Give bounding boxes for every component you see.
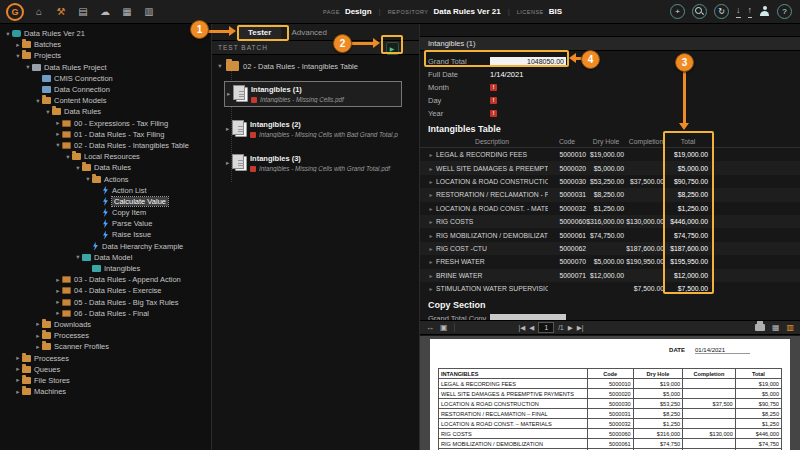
row-expander-icon[interactable]: ▸ [426,151,436,158]
tree-item[interactable]: ▾ Data Model [0,252,211,263]
grid-view-button[interactable]: ▦ [772,323,780,332]
tree-item[interactable]: ▸ Queues [0,364,211,375]
search-icon[interactable] [692,4,707,19]
tree-item[interactable]: ▸ Batches [0,39,211,50]
tree-expander-icon[interactable]: ▸ [34,343,42,351]
batch-document-item[interactable]: ▸ Intangibles (3) Intangibles - Missing … [224,151,402,175]
tree-expander-icon[interactable]: ▸ [34,332,42,340]
tree-item[interactable]: ▾ Data Rules [0,162,211,173]
tree-item[interactable]: ▾ Data Rules [0,106,211,117]
add-icon[interactable]: + [670,4,685,19]
tree-item[interactable]: Parse Value [0,218,211,229]
tree-item[interactable]: ▸ 06 - Data Rules - Final [0,308,211,319]
tools-icon[interactable]: ⚒ [55,6,67,18]
stats-icon[interactable]: ▥ [143,6,155,18]
field-value[interactable]: ! [490,109,566,119]
apps-icon[interactable]: ▦ [121,6,133,18]
tree-expander-icon[interactable]: ▸ [54,276,62,284]
tree-expander-icon[interactable]: ▸ [54,287,62,295]
field-value[interactable]: 1/14/2021 [490,70,566,80]
help-icon[interactable]: ? [777,4,792,19]
row-expander-icon[interactable]: ▸ [426,258,436,265]
batch-document-item[interactable]: ▸ Intangibles (2) Intangibles - Missing … [224,117,402,141]
table-row[interactable]: ▸ LEGAL & RECORDING FEES 5000010 $19,000… [420,148,800,161]
tree-expander-icon[interactable]: ▸ [14,365,22,373]
tree-item[interactable]: Raise Issue [0,229,211,240]
tree-item[interactable]: ▸ Machines [0,386,211,397]
page-number-input[interactable]: 1 [538,322,554,333]
tree-item[interactable]: ▾ Projects [0,50,211,61]
tree-expander-icon[interactable]: ▸ [14,41,22,49]
tree-item[interactable]: Data Hierarchy Example [0,241,211,252]
home-icon[interactable]: ⌂ [33,6,45,18]
field-value[interactable]: ! [490,83,566,93]
tree-item[interactable]: Copy Item [0,207,211,218]
tree-expander-icon[interactable]: ▸ [14,388,22,396]
tree-item[interactable]: ▸ 00 - Expressions - Tax Filing [0,118,211,129]
tree-expander-icon[interactable]: ▾ [54,141,62,149]
tree-item[interactable]: ▸ Processes [0,352,211,363]
tree-item[interactable]: CMIS Connection [0,73,211,84]
folder-expander-icon[interactable]: ▾ [216,62,224,70]
batch-folder-row[interactable]: ▾ 02 - Data Rules - Intangibles Table [216,61,419,71]
row-expander-icon[interactable]: ▸ [426,245,436,252]
tree-item[interactable]: ▾ Local Resources [0,151,211,162]
table-row[interactable]: ▸ RIG MOBILIZATION / DEMOBILIZATION 5000… [420,228,800,241]
run-test-button[interactable]: ▶ [386,42,399,55]
tree-expander-icon[interactable]: ▾ [24,63,32,71]
row-expander-icon[interactable]: ▸ [426,232,436,239]
tree-item[interactable]: ▸ Processes [0,330,211,341]
download-icon[interactable]: ↓ [736,6,741,18]
table-row[interactable]: ▸ RIG COSTS 5000060 $316,000.00 $130,000… [420,215,800,228]
fit-width-icon[interactable]: ↔ [426,323,434,332]
tree-item[interactable]: Data Connection [0,84,211,95]
tree-item[interactable]: Calculate Value [0,196,211,207]
row-expander-icon[interactable]: ▸ [426,285,436,292]
field-value[interactable]: ! [490,96,566,106]
tree-expander-icon[interactable]: ▸ [54,130,62,138]
user-icon[interactable] [759,6,770,17]
tree-expander-icon[interactable]: ▾ [64,153,72,161]
document-expander-icon[interactable]: ▸ [226,125,229,133]
tree-item[interactable]: ▸ 04 - Data Rules - Exercise [0,285,211,296]
row-expander-icon[interactable]: ▸ [426,191,436,198]
row-expander-icon[interactable]: ▸ [426,205,436,212]
tree-item[interactable]: ▾ 02 - Data Rules - Intangibles Table [0,140,211,151]
next-page-button[interactable]: ▶ [568,324,573,332]
first-page-button[interactable]: |◀ [519,324,526,332]
document-expander-icon[interactable]: ▸ [227,90,230,98]
field-value[interactable]: 1048050.00 [490,57,566,67]
tree-expander-icon[interactable]: ▸ [14,354,22,362]
last-page-button[interactable]: ▶| [577,324,584,332]
row-expander-icon[interactable]: ▸ [426,165,436,172]
tree-item[interactable]: Intangibles [0,263,211,274]
upload-icon[interactable]: ↑ [748,6,753,18]
refresh-icon[interactable]: ↻ [714,4,729,19]
table-row[interactable]: ▸ RIG COST -CTU 5000062 $187,600.00 $187… [420,242,800,255]
row-expander-icon[interactable]: ▸ [426,218,436,225]
tree-expander-icon[interactable]: ▾ [34,97,42,105]
table-row[interactable]: ▸ LOCATION & ROAD CONST. - MATERIALS 500… [420,202,800,215]
tree-item[interactable]: Action List [0,185,211,196]
tree-item[interactable]: ▾ Actions [0,173,211,184]
tree-item[interactable]: ▸ 03 - Data Rules - Append Action [0,274,211,285]
print-button[interactable] [755,324,765,331]
tree-item[interactable]: ▸ File Stores [0,375,211,386]
tree-item[interactable]: ▾ Data Rules Ver 21 [0,28,211,39]
tree-item[interactable]: ▾ Data Rules Project [0,62,211,73]
row-expander-icon[interactable]: ▸ [426,178,436,185]
batch-document-item[interactable]: ▸ Intangibles (1) Intangibles - Missing … [224,81,402,107]
table-row[interactable]: ▸ FRESH WATER 5000070 $5,000.00 $190,950… [420,255,800,268]
tree-expander-icon[interactable]: ▾ [4,30,12,38]
tree-expander-icon[interactable]: ▾ [14,52,22,60]
tab-tester[interactable]: Tester [238,24,281,40]
cloud-icon[interactable]: ☁ [99,6,111,18]
tree-item[interactable]: ▸ 01 - Data Rules - Tax Filing [0,129,211,140]
tab-advanced[interactable]: Advanced [281,24,337,40]
tree-expander-icon[interactable]: ▸ [54,309,62,317]
table-row[interactable]: ▸ BRINE WATER 5000071 $12,000.00 $12,000… [420,269,800,282]
tree-item[interactable]: ▾ Content Models [0,95,211,106]
table-row[interactable]: ▸ LOCATION & ROAD CONSTRUCTION 5000030 $… [420,175,800,188]
tree-expander-icon[interactable]: ▸ [34,320,42,328]
tree-expander-icon[interactable]: ▸ [14,376,22,384]
